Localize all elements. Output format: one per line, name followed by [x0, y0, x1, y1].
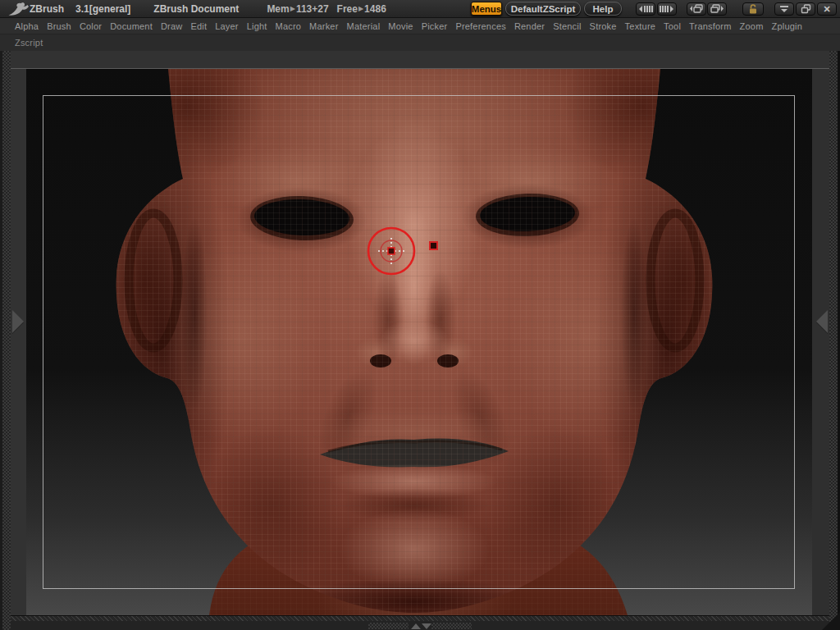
scroll-strip-right-button[interactable] [657, 2, 677, 16]
zbrush-window: ZBrush 3.1[general] ZBrush Document Mem … [0, 0, 840, 630]
zbrush-logo-icon [5, 1, 30, 17]
close-icon: ✕ [823, 4, 830, 15]
tray-expand-up-icon[interactable] [411, 623, 421, 629]
document-canvas[interactable] [26, 69, 812, 615]
menu-color[interactable]: Color [80, 21, 102, 31]
canvas-gutter-left [11, 69, 26, 615]
menus-button[interactable]: Menus [471, 2, 502, 16]
free-label: Free [337, 3, 358, 15]
scroll-right-icon [660, 5, 674, 13]
app-name: ZBrush [30, 3, 64, 15]
right-tray-open-arrow-icon[interactable] [816, 310, 828, 333]
restore-icon [801, 4, 811, 14]
mem-arrow-icon: ▶ [290, 5, 296, 12]
menu-stencil[interactable]: Stencil [553, 21, 581, 31]
menu-bar-row2: Zscript [0, 34, 840, 51]
canvas-gutter-top [11, 51, 829, 69]
menu-alpha[interactable]: Alpha [15, 21, 39, 31]
scroll-strip-left-button[interactable] [636, 2, 655, 16]
windows-right-icon [710, 4, 724, 14]
right-tray-divider[interactable] [829, 51, 838, 630]
menu-document[interactable]: Document [110, 21, 153, 31]
menu-movie[interactable]: Movie [388, 21, 413, 31]
menu-stroke[interactable]: Stroke [590, 21, 617, 31]
menu-zscript[interactable]: Zscript [15, 38, 43, 48]
cycle-window-right-button[interactable] [707, 2, 727, 16]
scroll-left-icon [638, 5, 653, 13]
menu-draw[interactable]: Draw [161, 21, 182, 31]
menu-render[interactable]: Render [514, 21, 545, 31]
mem-label: Mem [267, 3, 289, 15]
menu-zplugin[interactable]: Zplugin [772, 21, 802, 31]
bottom-tray-handle-left[interactable] [368, 623, 409, 629]
close-button[interactable]: ✕ [817, 2, 837, 16]
bottom-tray-handle-right[interactable] [431, 623, 472, 629]
menu-transform[interactable]: Transform [689, 21, 732, 31]
menu-marker[interactable]: Marker [309, 21, 338, 31]
windows-left-icon [689, 4, 704, 14]
menu-picker[interactable]: Picker [422, 21, 448, 31]
help-button[interactable]: Help [584, 2, 622, 16]
menu-edit[interactable]: Edit [190, 21, 207, 31]
restore-button[interactable] [796, 2, 815, 16]
canvas-gutter-right [812, 69, 829, 615]
menu-macro[interactable]: Macro [276, 21, 302, 31]
symmetry-point-marker [430, 242, 437, 249]
minimize-icon [779, 5, 789, 13]
menu-texture[interactable]: Texture [625, 21, 655, 31]
tray-collapse-down-icon[interactable] [422, 623, 431, 629]
menu-tool[interactable]: Tool [664, 21, 681, 31]
left-tray-open-arrow-icon[interactable] [12, 310, 24, 333]
menu-bar: Alpha Brush Color Document Draw Edit Lay… [0, 18, 840, 34]
menu-light[interactable]: Light [247, 21, 267, 31]
head-sculpt-render [26, 69, 812, 615]
menu-brush[interactable]: Brush [47, 21, 71, 31]
cycle-window-left-button[interactable] [687, 2, 706, 16]
document-title: ZBrush Document [153, 3, 239, 15]
menu-material[interactable]: Material [347, 21, 381, 31]
left-tray-divider[interactable] [2, 51, 11, 630]
menu-layer[interactable]: Layer [215, 21, 239, 31]
title-bar: ZBrush 3.1[general] ZBrush Document Mem … [0, 0, 840, 18]
default-zscript-button[interactable]: DefaultZScript [505, 2, 581, 16]
window-resize-corner[interactable] [822, 612, 840, 630]
free-arrow-icon: ▶ [358, 5, 364, 12]
bottom-tray-hatch [11, 615, 829, 621]
mem-value: 113+27 [296, 3, 329, 15]
menu-preferences[interactable]: Preferences [455, 21, 506, 31]
menu-zoom[interactable]: Zoom [740, 21, 764, 31]
minimize-button[interactable] [774, 2, 794, 16]
app-version: 3.1[general] [75, 3, 130, 15]
lock-icon [748, 4, 758, 14]
lock-button[interactable] [742, 2, 764, 16]
free-value: 1486 [364, 3, 386, 15]
